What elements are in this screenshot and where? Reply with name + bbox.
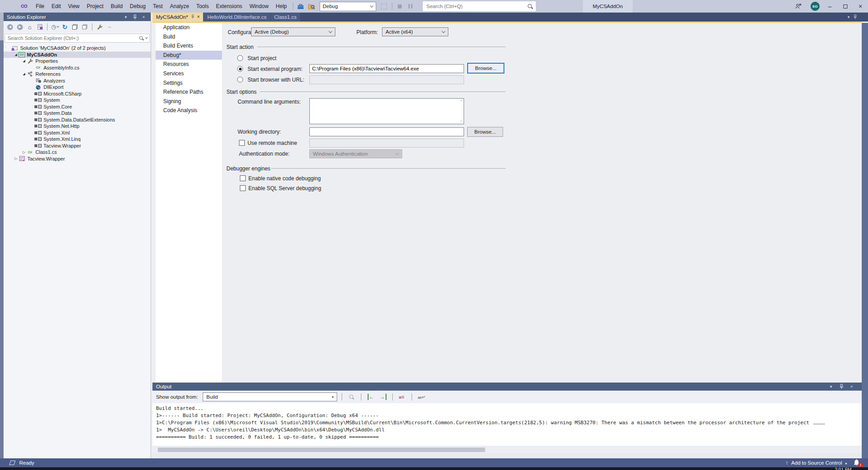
sync-with-active-document-icon[interactable] [70, 22, 79, 32]
use-remote-machine-label[interactable]: Use remote machine [247, 140, 297, 146]
user-avatar[interactable]: EO [811, 2, 820, 11]
output-header[interactable]: Output ▾ × [152, 383, 868, 391]
tree-item-assembly[interactable]: System.Xml [4, 130, 151, 136]
menu-window[interactable]: Window [246, 1, 272, 11]
search-icon[interactable] [527, 4, 533, 9]
browse-working-directory-button[interactable]: Browse... [467, 127, 503, 137]
menu-analyze[interactable]: Analyze [166, 1, 193, 11]
quick-search-box[interactable] [423, 1, 536, 11]
chevron-down-icon[interactable] [145, 36, 148, 39]
scroll-up-icon[interactable]: ⌃ [460, 100, 463, 104]
menu-view[interactable]: View [65, 1, 83, 11]
menu-edit[interactable]: Edit [48, 1, 65, 11]
minimize-button[interactable]: – [822, 0, 838, 13]
back-icon[interactable]: ◀ [5, 22, 15, 32]
add-to-source-control-button[interactable]: Add to Source Control [791, 460, 842, 466]
folder-search-icon[interactable] [306, 1, 317, 11]
tree-item-analyzers[interactable]: i Analyzers [4, 78, 151, 84]
scroll-down-icon[interactable]: ⌄ [460, 119, 463, 122]
sql-debugging-checkbox[interactable] [240, 185, 246, 191]
output-log[interactable]: Build started... 1>------ Build started:… [152, 403, 862, 446]
menu-project[interactable]: Project [83, 1, 107, 11]
nav-build[interactable]: Build [156, 32, 222, 42]
close-button[interactable]: × [853, 0, 868, 13]
chevron-expanded-icon[interactable]: ◢ [22, 72, 26, 76]
chevron-down-icon[interactable]: ▾ [122, 13, 130, 20]
chevron-down-icon[interactable]: ▾ [847, 15, 850, 19]
clear-all-icon[interactable]: ≡× [397, 392, 407, 401]
tree-item-assembly[interactable]: System.Xml.Linq [4, 136, 151, 143]
nav-resources[interactable]: Resources [156, 60, 222, 69]
refresh-icon[interactable]: ↻ [60, 22, 69, 32]
nav-debug[interactable]: Debug* [156, 51, 222, 60]
menu-build[interactable]: Build [107, 1, 126, 11]
tree-item-file[interactable]: AssemblyInfo.cs [4, 65, 151, 71]
tree-item-assembly[interactable]: System [4, 97, 151, 104]
chevron-collapsed-icon[interactable]: ▷ [13, 157, 18, 161]
chevron-expanded-icon[interactable]: ◢ [22, 59, 26, 63]
menu-tools[interactable]: Tools [193, 1, 213, 11]
start-project-label[interactable]: Start project [247, 55, 277, 61]
menu-help[interactable]: Help [272, 1, 291, 11]
chevron-down-icon[interactable]: ▾ [827, 383, 835, 390]
nav-application[interactable]: Application [156, 23, 222, 32]
word-wrap-icon[interactable]: ab↵ [417, 392, 426, 401]
home-icon[interactable]: ⌂ [25, 22, 35, 32]
nav-build-events[interactable]: Build Events [156, 41, 222, 51]
switch-views-icon[interactable] [35, 22, 44, 32]
nav-code-analysis[interactable]: Code Analysis [156, 106, 222, 115]
chevron-up-icon[interactable]: ▴ [845, 461, 847, 465]
chevron-collapsed-icon[interactable]: ▷ [22, 150, 26, 154]
tree-item-assembly[interactable]: Microsoft.CSharp [4, 91, 151, 97]
pin-icon[interactable] [131, 13, 139, 20]
browse-external-program-button[interactable]: Browse... [467, 63, 504, 74]
start-browser-label[interactable]: Start browser with URL: [247, 77, 304, 83]
start-browser-radio[interactable] [237, 77, 243, 83]
use-remote-machine-checkbox[interactable] [239, 140, 245, 146]
restore-button[interactable] [838, 0, 853, 13]
solution-explorer-header[interactable]: Solution Explorer ▾ × [4, 13, 151, 21]
next-message-icon[interactable]: → [378, 392, 388, 401]
chevron-expanded-icon[interactable]: ◢ [13, 53, 18, 57]
pin-icon[interactable] [191, 14, 195, 20]
working-directory-input[interactable] [309, 127, 464, 136]
notifications-button[interactable]: 1 [854, 459, 862, 466]
tree-item-assembly[interactable]: System.Net.Http [4, 123, 151, 130]
output-source-dropdown[interactable]: Build ▾ [203, 392, 337, 401]
tree-item-assembly[interactable]: Tacview.Wrapper [4, 143, 151, 149]
tree-item-references[interactable]: ◢ References [4, 71, 151, 78]
tab-mycsaddon[interactable]: MyCSAddOn* × [152, 13, 203, 22]
tree-item-file[interactable]: ▷ Class1.cs [4, 149, 151, 156]
tree-item-dllexport[interactable]: DllExport [4, 84, 151, 91]
tree-item-assembly[interactable]: System.Data.DataSetExtensions [4, 117, 151, 123]
warning-link-underline[interactable] [813, 424, 825, 425]
menu-extensions[interactable]: Extensions [213, 1, 246, 11]
toolbox-icon[interactable] [295, 1, 306, 11]
tree-item-properties[interactable]: ◢ Properties [4, 58, 151, 65]
forward-icon[interactable]: ▶ [15, 22, 25, 32]
quick-search-input[interactable] [423, 4, 527, 9]
vertical-scrollbar[interactable] [862, 23, 868, 458]
tree-item-assembly[interactable]: System.Data [4, 110, 151, 117]
tab-helloworld-dllinterface[interactable]: HelloWorld.DllInterface.cs [203, 13, 270, 22]
close-icon[interactable]: × [848, 383, 855, 390]
command-line-arguments-input[interactable]: ⌃ ⌄ [309, 98, 464, 124]
nav-reference-paths[interactable]: Reference Paths [156, 87, 222, 97]
native-debugging-label[interactable]: Enable native code debugging [248, 175, 321, 182]
solution-configurations-dropdown[interactable]: Debug [320, 2, 376, 11]
menu-debug[interactable]: Debug [126, 1, 149, 11]
solution-search-box[interactable] [4, 34, 150, 43]
output-horizontal-scrollbar[interactable] [152, 447, 862, 453]
tab-class1[interactable]: Class1.cs [270, 13, 300, 22]
feedback-icon[interactable] [793, 1, 803, 11]
nav-signing[interactable]: Signing [156, 97, 222, 106]
nav-services[interactable]: Services [156, 69, 222, 78]
pin-icon[interactable] [838, 383, 845, 390]
menu-test[interactable]: Test [149, 1, 166, 11]
start-project-radio[interactable] [237, 55, 243, 61]
native-debugging-checkbox[interactable] [240, 175, 246, 181]
menu-file[interactable]: File [32, 1, 48, 11]
tree-item-project[interactable]: ◢ MyCSAddOn [4, 52, 151, 58]
tree-item-solution[interactable]: Solution 'MyCSAddOn' (2 of 2 projects) [4, 45, 151, 52]
external-program-path-input[interactable] [309, 64, 464, 73]
